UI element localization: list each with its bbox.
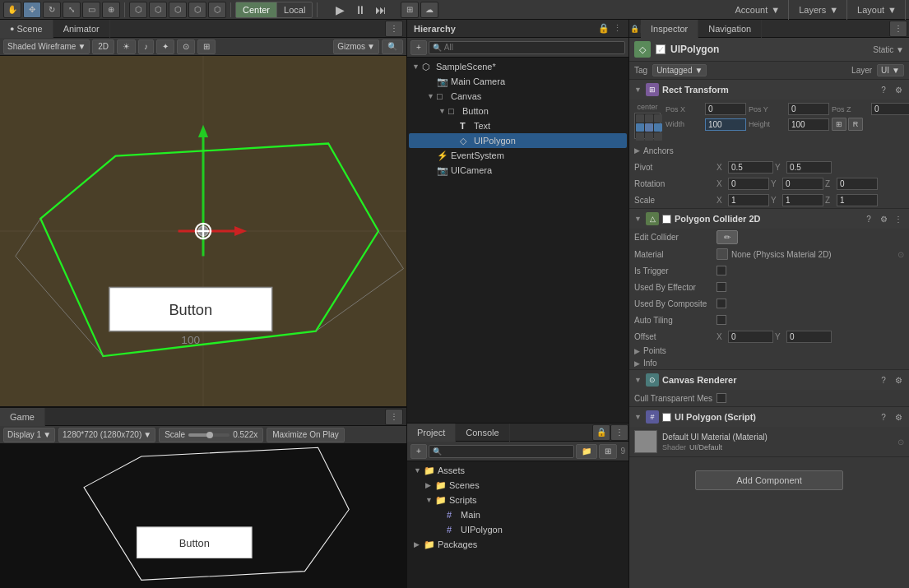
center-btn[interactable]: Center: [236, 2, 277, 17]
list-item[interactable]: 📷 Main Camera: [409, 74, 627, 89]
layers-tab[interactable]: Layers ▼: [791, 0, 847, 20]
hierarchy-lock-icon[interactable]: 🔒: [598, 23, 610, 34]
pivot-cell-mc[interactable]: [645, 123, 653, 132]
canvas-renderer-header[interactable]: ▼ ⊙ Canvas Renderer ? ⚙: [629, 370, 909, 390]
hierarchy-more-icon[interactable]: ⋮: [613, 23, 622, 34]
resolution-dropdown[interactable]: 1280*720 (1280x720) ▼: [58, 428, 155, 442]
ui-polygon-script-header[interactable]: ▼ # UI Polygon (Script) ? ⚙: [629, 407, 909, 427]
game-more-btn[interactable]: ⋮: [385, 409, 403, 425]
pos-y-input[interactable]: [788, 103, 829, 115]
pivot-cell-bc[interactable]: [645, 132, 653, 141]
pivot-cell-br[interactable]: [654, 132, 662, 141]
inspector-lock-icon[interactable]: 🔒: [630, 25, 639, 33]
gizmos-dropdown[interactable]: Gizmos ▼: [333, 39, 379, 54]
tool-extra-4[interactable]: ⬡: [188, 2, 206, 18]
list-item[interactable]: ▼ ⬡ SampleScene*: [409, 59, 627, 74]
list-item[interactable]: 📷 UICamera: [409, 163, 627, 178]
step-button[interactable]: ⏭: [371, 2, 391, 18]
pivot-cell-bl[interactable]: [636, 132, 644, 141]
canvas-renderer-settings-btn[interactable]: ⚙: [893, 374, 904, 386]
pivot-x-input[interactable]: [728, 161, 773, 174]
project-more-btn[interactable]: ⋮: [610, 424, 628, 441]
tool-extra-3[interactable]: ⬡: [169, 2, 187, 18]
scale-y-input[interactable]: [782, 194, 823, 206]
tool-extra-1[interactable]: ⬡: [129, 2, 147, 18]
offset-y-input[interactable]: [786, 331, 832, 343]
list-item[interactable]: T Text: [409, 118, 627, 133]
list-item[interactable]: ▼ □ Canvas: [409, 89, 627, 104]
pause-button[interactable]: ⏸: [350, 2, 370, 18]
pos-x-input[interactable]: [705, 103, 746, 115]
tab-scene[interactable]: ● Scene: [0, 20, 53, 38]
offset-x-input[interactable]: [728, 331, 773, 343]
pivot-y-input[interactable]: [786, 161, 832, 174]
transform-tool[interactable]: ⊕: [102, 2, 120, 18]
local-btn[interactable]: Local: [277, 2, 312, 17]
grid-btn[interactable]: ⊞: [197, 39, 216, 54]
tab-navigation[interactable]: Navigation: [698, 20, 762, 38]
cloud-tool[interactable]: ☁: [420, 2, 438, 18]
width-input[interactable]: [705, 118, 746, 131]
tab-project[interactable]: Project: [407, 424, 456, 442]
tab-inspector[interactable]: Inspector: [641, 20, 698, 38]
obj-active-checkbox[interactable]: ✓: [656, 44, 666, 54]
rotate-tool[interactable]: ↻: [43, 2, 61, 18]
points-row[interactable]: ▶ Points: [629, 345, 909, 357]
pivot-cell-ml[interactable]: [636, 123, 644, 132]
display-dropdown[interactable]: Display 1 ▼: [3, 428, 55, 442]
tag-dropdown[interactable]: Untagged ▼: [652, 64, 707, 76]
lighting-btn[interactable]: ☀: [117, 39, 136, 54]
account-tab[interactable]: Account ▼: [727, 0, 790, 20]
material-target-icon[interactable]: ⊙: [897, 250, 904, 259]
polygon-collider-header[interactable]: ▼ △ Polygon Collider 2D ? ⚙ ⋮: [629, 209, 909, 229]
search-scene-btn[interactable]: 🔍: [382, 39, 403, 54]
tool-extra-5[interactable]: ⬡: [208, 2, 226, 18]
canvas-renderer-help-btn[interactable]: ?: [878, 374, 889, 386]
pivot-cell-tr[interactable]: [654, 114, 662, 123]
scale-tool[interactable]: ⤡: [63, 2, 81, 18]
tool-extra-2[interactable]: ⬡: [149, 2, 167, 18]
hierarchy-search-input[interactable]: [444, 43, 621, 52]
play-button[interactable]: ▶: [330, 2, 350, 18]
list-item[interactable]: ◇ UIPolygon: [409, 133, 627, 148]
poly-collider-checkbox[interactable]: [662, 215, 671, 224]
rect-transform-header[interactable]: ▼ ⊞ Rect Transform ? ⚙: [629, 80, 909, 100]
edit-collider-button[interactable]: ✏: [717, 230, 738, 244]
poly-collider-more-btn[interactable]: ⋮: [893, 213, 904, 225]
2d-btn[interactable]: 2D: [92, 39, 114, 54]
script-material-target-icon[interactable]: ⊙: [897, 438, 904, 447]
tab-console[interactable]: Console: [456, 424, 509, 442]
list-item[interactable]: ⚡ EventSystem: [409, 148, 627, 163]
list-item[interactable]: # UIPolygon: [410, 522, 625, 537]
list-item[interactable]: ▼ □ Button: [409, 104, 627, 118]
project-grid-btn[interactable]: ⊞: [599, 444, 617, 459]
ui-polygon-script-checkbox[interactable]: [662, 413, 671, 422]
layer-dropdown[interactable]: UI ▼: [877, 64, 904, 76]
pivot-cell-tl[interactable]: [636, 114, 644, 123]
pivot-widget[interactable]: [634, 113, 661, 139]
used-by-effector-checkbox[interactable]: [717, 282, 726, 292]
rot-y-input[interactable]: [782, 178, 823, 190]
list-item[interactable]: ▶ 📁 Packages: [410, 537, 625, 552]
wh-expand-btn[interactable]: R: [848, 118, 863, 131]
vfx-btn[interactable]: ✦: [156, 39, 174, 54]
pivot-cell-mr[interactable]: [654, 123, 662, 132]
cull-transparent-checkbox[interactable]: [717, 393, 726, 403]
game-view[interactable]: Button: [0, 444, 406, 588]
project-lock-btn[interactable]: 🔒: [592, 424, 610, 441]
list-item[interactable]: ▶ 📁 Scenes: [410, 478, 625, 493]
tab-game[interactable]: Game: [0, 408, 45, 426]
maximize-on-play-btn[interactable]: Maximize On Play: [267, 428, 345, 442]
ui-polygon-script-settings-btn[interactable]: ⚙: [893, 411, 904, 423]
rot-z-input[interactable]: [837, 178, 878, 190]
tab-animator[interactable]: Animator: [53, 20, 110, 38]
wh-link-btn[interactable]: ⊞: [832, 118, 846, 131]
list-item[interactable]: # Main: [410, 507, 625, 522]
scale-z-input[interactable]: [837, 194, 878, 206]
auto-tiling-checkbox[interactable]: [717, 315, 726, 325]
list-item[interactable]: ▼ 📁 Scripts: [410, 493, 625, 507]
add-component-button[interactable]: Add Component: [695, 470, 843, 490]
rect-transform-settings-btn[interactable]: ⚙: [893, 84, 904, 95]
hand-tool[interactable]: ✋: [3, 2, 21, 18]
hidden-btn[interactable]: ⊙: [177, 39, 195, 54]
